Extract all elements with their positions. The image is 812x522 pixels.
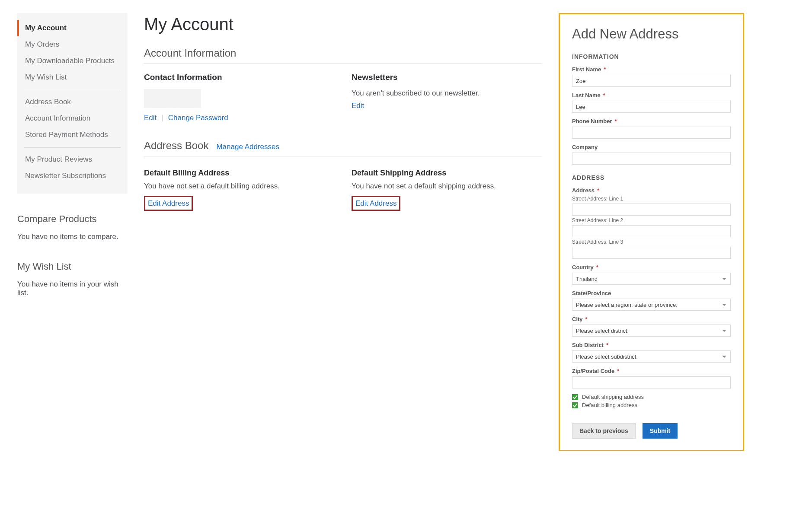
- compare-products-block: Compare Products You have no items to co…: [17, 213, 128, 241]
- nav-wish-list[interactable]: My Wish List: [24, 69, 121, 86]
- billing-address-msg: You have not set a default billing addre…: [144, 182, 334, 191]
- state-select[interactable]: Please select a region, state or provinc…: [572, 299, 731, 311]
- nav-downloadable[interactable]: My Downloadable Products: [24, 53, 121, 69]
- phone-label: Phone Number: [572, 118, 612, 124]
- newsletter-status: You aren't subscribed to our newsletter.: [352, 89, 542, 98]
- compare-empty-msg: You have no items to compare.: [17, 232, 128, 241]
- nav-payment-methods[interactable]: Stored Payment Methods: [24, 127, 121, 143]
- zip-label: Zip/Postal Code: [572, 368, 614, 374]
- edit-billing-address-link[interactable]: Edit Address: [148, 199, 189, 207]
- contact-info-redacted: [144, 89, 201, 108]
- zip-input[interactable]: [572, 376, 731, 388]
- edit-contact-link[interactable]: Edit: [144, 114, 157, 122]
- subdistrict-select[interactable]: Please select subdistrict.: [572, 350, 731, 363]
- change-password-link[interactable]: Change Password: [168, 114, 228, 122]
- addr-line3-input[interactable]: [572, 247, 731, 259]
- back-button[interactable]: Back to previous: [572, 423, 636, 439]
- account-info-heading: Account Information: [144, 47, 542, 64]
- first-name-input[interactable]: [572, 75, 731, 87]
- addr-line3-label: Street Address: Line 3: [572, 239, 731, 245]
- country-label: Country: [572, 264, 594, 271]
- address-book-title: Address Book: [144, 140, 208, 152]
- country-select[interactable]: Thailand: [572, 273, 731, 285]
- default-shipping-label: Default shipping address: [582, 394, 644, 400]
- contact-info-block: Contact Information Edit | Change Passwo…: [144, 70, 334, 122]
- billing-address-block: Default Billing Address You have not set…: [144, 162, 334, 211]
- company-input[interactable]: [572, 153, 731, 165]
- page-title: My Account: [144, 15, 542, 34]
- compare-title: Compare Products: [17, 213, 128, 225]
- subdistrict-label: Sub District: [572, 342, 604, 348]
- nav-my-orders[interactable]: My Orders: [24, 36, 121, 53]
- city-label: City: [572, 316, 583, 322]
- nav-product-reviews[interactable]: My Product Reviews: [24, 151, 121, 168]
- nav-account-info[interactable]: Account Information: [24, 110, 121, 127]
- divider: |: [159, 114, 166, 122]
- phone-input[interactable]: [572, 127, 731, 139]
- state-label: State/Province: [572, 290, 611, 296]
- contact-info-heading: Contact Information: [144, 73, 334, 82]
- wish-list-block: My Wish List You have no items in your w…: [17, 261, 128, 297]
- address-label: Address: [572, 187, 595, 194]
- first-name-label: First Name: [572, 66, 601, 73]
- shipping-address-heading: Default Shipping Address: [352, 169, 542, 178]
- shipping-address-msg: You have not set a default shipping addr…: [352, 182, 542, 191]
- city-select[interactable]: Please select district.: [572, 325, 731, 337]
- company-label: Company: [572, 144, 598, 150]
- last-name-label: Last Name: [572, 92, 601, 99]
- nav-newsletter-subs[interactable]: Newsletter Subscriptions: [24, 168, 121, 184]
- form-section-information: INFORMATION: [572, 53, 731, 60]
- addr-line1-input[interactable]: [572, 204, 731, 216]
- manage-addresses-link[interactable]: Manage Addresses: [216, 143, 279, 151]
- billing-address-heading: Default Billing Address: [144, 169, 334, 178]
- newsletters-heading: Newsletters: [352, 73, 542, 82]
- nav-my-account[interactable]: My Account: [24, 20, 121, 36]
- shipping-address-block: Default Shipping Address You have not se…: [352, 162, 542, 211]
- edit-newsletter-link[interactable]: Edit: [352, 102, 364, 110]
- account-sidebar: My Account My Orders My Downloadable Pro…: [17, 13, 128, 194]
- default-billing-label: Default billing address: [582, 402, 637, 408]
- edit-shipping-address-link[interactable]: Edit Address: [355, 199, 396, 207]
- nav-address-book[interactable]: Address Book: [24, 94, 121, 110]
- default-shipping-checkbox[interactable]: [572, 394, 578, 400]
- submit-button[interactable]: Submit: [643, 423, 678, 439]
- form-title: Add New Address: [572, 26, 731, 42]
- last-name-input[interactable]: [572, 101, 731, 113]
- addr-line1-label: Street Address: Line 1: [572, 196, 731, 202]
- addr-line2-label: Street Address: Line 2: [572, 217, 731, 223]
- form-section-address: ADDRESS: [572, 174, 731, 181]
- address-book-heading: Address Book Manage Addresses: [144, 140, 542, 156]
- addr-line2-input[interactable]: [572, 225, 731, 237]
- newsletters-block: Newsletters You aren't subscribed to our…: [352, 70, 542, 122]
- default-billing-checkbox[interactable]: [572, 402, 578, 408]
- add-address-form: Add New Address INFORMATION First Name* …: [559, 13, 744, 451]
- wishlist-title: My Wish List: [17, 261, 128, 272]
- wishlist-empty-msg: You have no items in your wish list.: [17, 280, 128, 297]
